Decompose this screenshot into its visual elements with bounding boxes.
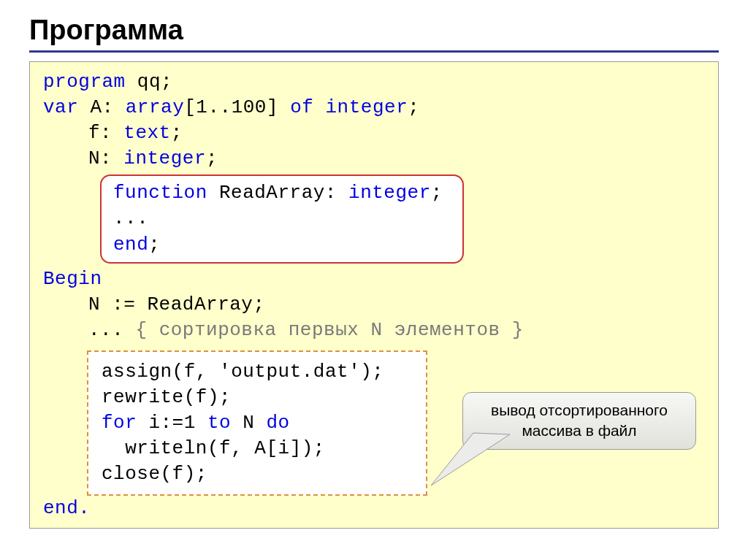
code-line: rewrite(f);: [102, 385, 416, 410]
code-panel: program qq; var A: array[1..100] of inte…: [29, 61, 719, 529]
code-line: end;: [113, 232, 455, 258]
callout-tail: [430, 427, 510, 493]
code-line: f: text;: [88, 120, 705, 146]
function-box: function ReadArray: integer; ... end;: [100, 174, 464, 263]
code-line: close(f);: [102, 461, 416, 487]
code-line: assign(f, 'output.dat');: [102, 359, 416, 385]
code-line: ...: [113, 206, 455, 231]
output-box: assign(f, 'output.dat'); rewrite(f); for…: [87, 350, 427, 496]
code-line: function ReadArray: integer;: [113, 180, 455, 206]
code-line: ... { сортировка первых N элементов }: [88, 318, 705, 343]
code-line: end.: [43, 496, 705, 521]
code-line: N: integer;: [88, 146, 705, 172]
title-rule: [29, 50, 719, 53]
code-line: writeln(f, A[i]);: [102, 436, 416, 461]
svg-marker-0: [431, 433, 510, 486]
code-line: N := ReadArray;: [88, 292, 705, 318]
code-line: var A: array[1..100] of integer;: [43, 95, 705, 120]
code-line: program qq;: [43, 69, 705, 95]
code-line: for i:=1 to N do: [102, 410, 416, 436]
page-title: Программа: [29, 15, 719, 46]
code-line: Begin: [43, 266, 705, 292]
